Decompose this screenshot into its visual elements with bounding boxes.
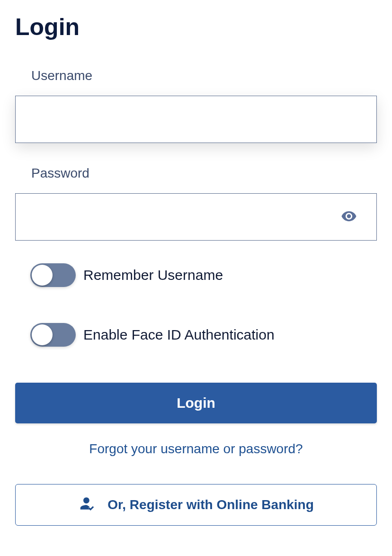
remember-username-toggle[interactable] [30,263,76,287]
password-input[interactable] [15,193,377,241]
forgot-link[interactable]: Forgot your username or password? [15,441,377,457]
faceid-row: Enable Face ID Authentication [15,323,377,347]
password-label: Password [15,166,377,181]
login-button[interactable]: Login [15,383,377,423]
page-title: Login [15,13,377,41]
user-check-icon [78,494,96,516]
register-button-label: Or, Register with Online Banking [107,497,314,512]
remember-username-row: Remember Username [15,263,377,287]
username-group: Username [15,68,377,143]
toggle-password-visibility-button[interactable] [336,204,362,231]
eye-icon [341,208,357,226]
register-button[interactable]: Or, Register with Online Banking [15,484,377,526]
username-input[interactable] [15,96,377,143]
username-label: Username [15,68,377,83]
password-group: Password [15,166,377,241]
login-screen: Login Username Password Remember Usernam… [0,0,392,526]
remember-username-label: Remember Username [83,267,223,283]
toggle-knob [32,324,53,345]
toggle-knob [32,265,53,286]
faceid-label: Enable Face ID Authentication [83,327,275,343]
faceid-toggle[interactable] [30,323,76,347]
